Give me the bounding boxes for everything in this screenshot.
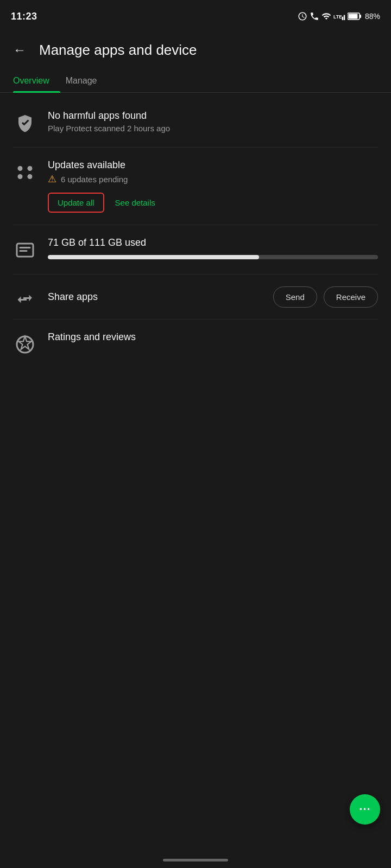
svg-rect-12 [20, 250, 28, 252]
svg-point-9 [28, 174, 33, 179]
storage-title: 71 GB of 111 GB used [48, 237, 378, 248]
update-all-button[interactable]: Update all [48, 193, 104, 213]
ratings-icon [13, 333, 37, 356]
back-button[interactable]: ← [11, 40, 28, 60]
svg-text:LTE: LTE [333, 14, 342, 20]
svg-point-13 [17, 336, 33, 353]
svg-point-6 [18, 166, 23, 171]
receive-button[interactable]: Receive [324, 286, 378, 308]
page-title: Manage apps and device [39, 42, 197, 59]
more-options-icon: ··· [359, 802, 370, 816]
updates-title: Updates available [48, 159, 378, 171]
play-protect-subtitle: Play Protect scanned 2 hours ago [48, 124, 378, 133]
ratings-title: Ratings and reviews [48, 331, 378, 343]
home-indicator [163, 859, 228, 861]
share-apps-content: Share apps [48, 291, 262, 303]
play-protect-content: No harmful apps found Play Protect scann… [48, 110, 378, 133]
status-right: LTE 88% [298, 11, 380, 21]
content-area: No harmful apps found Play Protect scann… [0, 93, 391, 374]
svg-rect-11 [20, 247, 31, 248]
status-time: 11:23 [11, 11, 37, 22]
storage-bar-container [48, 255, 378, 259]
storage-section: 71 GB of 111 GB used [0, 225, 391, 274]
fab-button[interactable]: ··· [350, 794, 380, 825]
battery-percentage: 88% [365, 12, 380, 21]
tab-manage[interactable]: Manage [66, 69, 108, 92]
tabs-container: Overview Manage [0, 69, 391, 93]
header: ← Manage apps and device [0, 30, 391, 65]
storage-content: 71 GB of 111 GB used [48, 237, 378, 259]
storage-bar [48, 255, 378, 259]
svg-rect-5 [348, 14, 357, 19]
svg-rect-2 [344, 15, 345, 20]
update-actions: Update all See details [48, 193, 378, 213]
status-bar: 11:23 LTE 88% [0, 0, 391, 30]
play-protect-title: No harmful apps found [48, 110, 378, 122]
status-icons: LTE [298, 11, 362, 21]
warning-triangle-icon: ⚠ [48, 173, 56, 185]
ratings-section: Ratings and reviews [0, 320, 391, 368]
shield-icon [13, 111, 37, 135]
svg-point-7 [18, 174, 23, 179]
updates-content: Updates available ⚠ 6 updates pending Up… [48, 159, 378, 213]
svg-rect-1 [342, 17, 343, 20]
updates-pending-text: 6 updates pending [61, 175, 128, 184]
phone-icon [310, 11, 319, 21]
share-apps-icon [13, 285, 37, 309]
share-apps-section: Share apps Send Receive [0, 275, 391, 319]
send-button[interactable]: Send [273, 286, 317, 308]
see-details-button[interactable]: See details [115, 198, 155, 207]
svg-point-8 [28, 166, 33, 171]
signal-icon: LTE [333, 11, 345, 21]
tab-overview[interactable]: Overview [13, 69, 60, 92]
svg-rect-4 [360, 15, 361, 18]
updates-icon [13, 161, 37, 184]
updates-warning: ⚠ 6 updates pending [48, 173, 378, 185]
share-apps-buttons: Send Receive [273, 286, 378, 308]
storage-icon [13, 238, 37, 262]
battery-icon [348, 12, 362, 20]
alarm-icon [298, 11, 307, 21]
share-apps-title: Share apps [48, 291, 262, 303]
play-protect-section: No harmful apps found Play Protect scann… [0, 98, 391, 147]
wifi-icon [321, 11, 331, 21]
storage-bar-fill [48, 255, 259, 259]
updates-section: Updates available ⚠ 6 updates pending Up… [0, 148, 391, 225]
ratings-content: Ratings and reviews [48, 331, 378, 345]
